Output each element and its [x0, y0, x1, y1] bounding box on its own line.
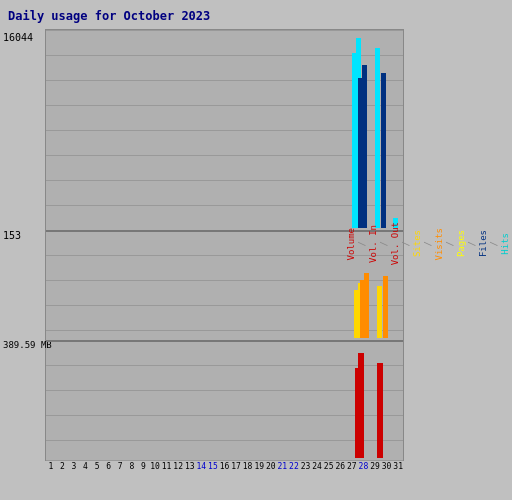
x-label-28: 28	[358, 462, 370, 471]
x-label-25: 25	[323, 462, 335, 471]
y-label-top: 16044	[3, 32, 33, 43]
legend-volume: Volume	[346, 228, 356, 261]
x-label-24: 24	[311, 462, 323, 471]
legend-visits: Visits	[434, 228, 444, 261]
x-label-8: 8	[126, 462, 138, 471]
x-label-19: 19	[253, 462, 265, 471]
x-label-21: 21	[277, 462, 289, 471]
legend-vol-out: Vol. Out	[390, 222, 400, 265]
legend: Volume / Vol. In / Vol. Out / Sites / Vi…	[404, 28, 512, 460]
legend-sep6: /	[467, 241, 477, 246]
legend-hits: Hits	[500, 233, 510, 255]
x-label-7: 7	[114, 462, 126, 471]
x-label-15: 15	[207, 462, 219, 471]
y-label-bot: 389.59 MB	[3, 340, 52, 350]
x-label-30: 30	[381, 462, 393, 471]
x-label-9: 9	[138, 462, 150, 471]
legend-files: Files	[478, 230, 488, 257]
x-label-26: 26	[334, 462, 346, 471]
legend-pages: Pages	[456, 230, 466, 257]
x-axis: 1 2 3 4 5 6 7 8 9 10 11 12 13 14 15 16 1…	[45, 462, 404, 471]
x-label-20: 20	[265, 462, 277, 471]
x-label-13: 13	[184, 462, 196, 471]
x-label-10: 10	[149, 462, 161, 471]
legend-vol-in: Vol. In	[368, 225, 378, 263]
legend-sep2: /	[379, 241, 389, 246]
x-label-17: 17	[230, 462, 242, 471]
x-label-5: 5	[91, 462, 103, 471]
x-label-6: 6	[103, 462, 115, 471]
legend-sep7: /	[489, 241, 499, 246]
chart-container: Daily usage for October 2023 16044 153 3…	[0, 0, 512, 500]
legend-sep5: /	[445, 241, 455, 246]
x-label-3: 3	[68, 462, 80, 471]
x-label-12: 12	[172, 462, 184, 471]
legend-sep3: /	[401, 241, 411, 246]
x-label-14: 14	[196, 462, 208, 471]
x-label-18: 18	[242, 462, 254, 471]
y-label-mid: 153	[3, 230, 21, 241]
x-label-22: 22	[288, 462, 300, 471]
x-label-4: 4	[80, 462, 92, 471]
legend-sep1: /	[357, 241, 367, 246]
legend-sep4: /	[423, 241, 433, 246]
legend-sites: Sites	[412, 230, 422, 257]
chart-title: Daily usage for October 2023	[0, 5, 512, 27]
x-label-29: 29	[369, 462, 381, 471]
x-label-16: 16	[219, 462, 231, 471]
x-label-31: 31	[392, 462, 404, 471]
x-label-23: 23	[300, 462, 312, 471]
x-label-2: 2	[57, 462, 69, 471]
x-label-27: 27	[346, 462, 358, 471]
x-label-11: 11	[161, 462, 173, 471]
x-label-1: 1	[45, 462, 57, 471]
